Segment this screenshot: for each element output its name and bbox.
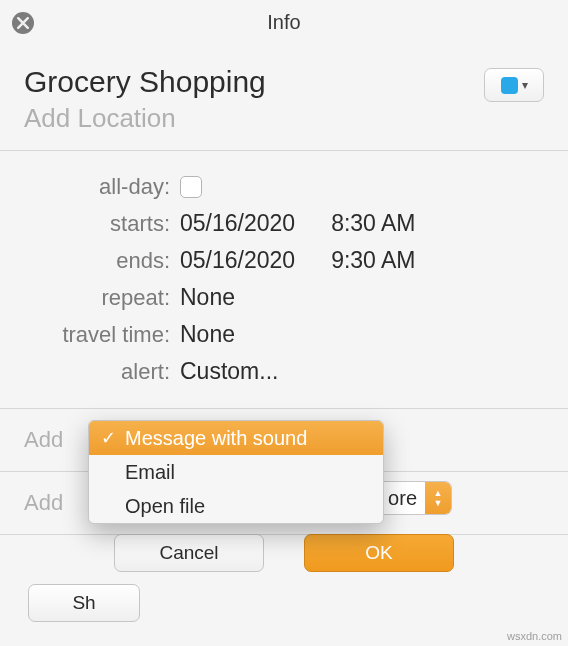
watermark: wsxdn.com [507,630,562,642]
event-title[interactable]: Grocery Shopping [24,62,266,101]
cancel-button[interactable]: Cancel [114,534,264,572]
event-fields: all-day: starts: 05/16/2020 8:30 AM ends… [0,151,568,408]
close-icon [17,17,29,29]
starts-date[interactable]: 05/16/2020 [180,210,295,237]
allday-checkbox[interactable] [180,176,202,198]
calendar-color-swatch [501,77,518,94]
starts-time[interactable]: 8:30 AM [331,210,415,237]
travel-label: travel time: [24,322,180,348]
row-alert: alert: Custom... [0,353,568,390]
alert-label: alert: [24,359,180,385]
allday-label: all-day: [24,174,180,200]
repeat-value[interactable]: None [180,284,235,311]
alert-value[interactable]: Custom... [180,358,278,385]
location-field[interactable]: Add Location [24,103,266,134]
dialog-buttons: Cancel OK [114,534,454,572]
row-repeat: repeat: None [0,279,568,316]
show-button[interactable]: Sh [28,584,140,622]
travel-value[interactable]: None [180,321,235,348]
ends-time[interactable]: 9:30 AM [331,247,415,274]
calendar-picker[interactable]: ▾ [484,68,544,102]
repeat-label: repeat: [24,285,180,311]
alert-time-partial-text: ore [388,487,425,510]
row-ends: ends: 05/16/2020 9:30 AM [0,242,568,279]
window-title: Info [267,11,300,34]
stepper-arrows-icon: ▲▼ [425,482,451,514]
alert-type-menu: Message with sound Email Open file [88,420,384,524]
menu-option-open-file[interactable]: Open file [89,489,383,523]
event-header: Grocery Shopping Add Location ▾ [0,44,568,150]
menu-option-message-with-sound[interactable]: Message with sound [89,421,383,455]
ok-button[interactable]: OK [304,534,454,572]
titlebar: Info [0,0,568,44]
menu-option-email[interactable]: Email [89,455,383,489]
starts-label: starts: [24,211,180,237]
close-button[interactable] [12,12,34,34]
show-button-container: Sh [28,584,140,622]
chevron-down-icon: ▾ [522,78,528,92]
row-travel: travel time: None [0,316,568,353]
ends-label: ends: [24,248,180,274]
row-allday: all-day: [0,169,568,205]
ends-date[interactable]: 05/16/2020 [180,247,295,274]
row-starts: starts: 05/16/2020 8:30 AM [0,205,568,242]
